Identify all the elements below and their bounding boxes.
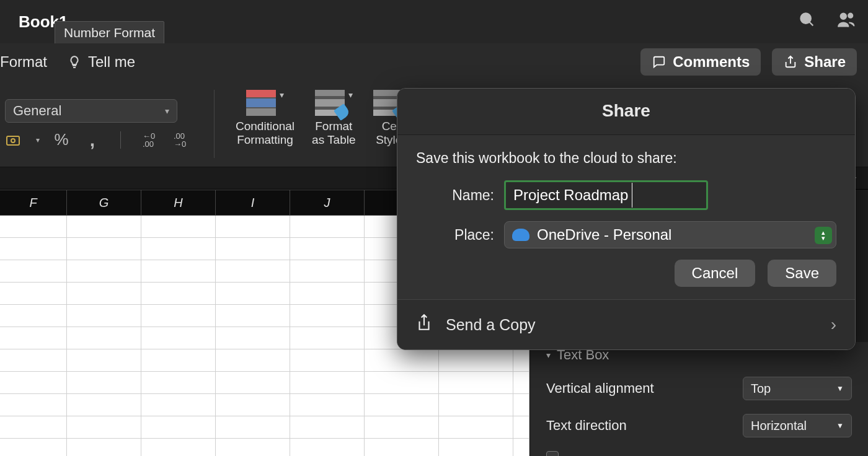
vertical-alignment-select[interactable]: Top ▼: [743, 377, 852, 400]
cell[interactable]: [0, 216, 67, 238]
cell[interactable]: [0, 238, 67, 260]
cell[interactable]: [513, 394, 529, 416]
cell[interactable]: [0, 439, 67, 456]
cell[interactable]: [216, 327, 290, 349]
increase-decimal-icon[interactable]: .00 →0: [170, 132, 189, 148]
col-header-g[interactable]: G: [67, 190, 141, 215]
cell[interactable]: [67, 305, 141, 327]
col-header-i[interactable]: I: [216, 190, 290, 215]
save-button[interactable]: Save: [768, 260, 836, 287]
cell[interactable]: [67, 283, 141, 305]
cell[interactable]: [141, 416, 216, 439]
people-icon[interactable]: [837, 11, 857, 31]
number-format-combo[interactable]: General ▾: [5, 99, 177, 123]
place-select[interactable]: OneDrive - Personal ▴▾: [504, 221, 836, 248]
cell[interactable]: [141, 260, 216, 283]
chevron-down-icon[interactable]: ▾: [36, 136, 40, 144]
cell[interactable]: [365, 349, 439, 372]
percent-style-icon[interactable]: %: [52, 132, 71, 148]
cell[interactable]: [439, 394, 513, 416]
comma-style-icon[interactable]: ,: [83, 132, 102, 148]
cell[interactable]: [0, 283, 67, 305]
cell[interactable]: [290, 238, 365, 260]
cell[interactable]: [290, 372, 365, 394]
cell[interactable]: [365, 372, 439, 394]
cell[interactable]: [216, 238, 290, 260]
cell[interactable]: [513, 349, 529, 372]
cell[interactable]: [141, 372, 216, 394]
cell[interactable]: [290, 416, 365, 439]
cell[interactable]: [141, 394, 216, 416]
cell[interactable]: [67, 260, 141, 283]
cell[interactable]: [513, 372, 529, 394]
cell[interactable]: [0, 394, 67, 416]
cell[interactable]: [0, 372, 67, 394]
cell[interactable]: [67, 416, 141, 439]
cell[interactable]: [141, 439, 216, 456]
col-header-j[interactable]: J: [290, 190, 365, 215]
cell[interactable]: [439, 439, 513, 456]
cell[interactable]: [141, 305, 216, 327]
cell[interactable]: [216, 305, 290, 327]
cell[interactable]: [290, 283, 365, 305]
cell[interactable]: [216, 394, 290, 416]
cell[interactable]: [290, 394, 365, 416]
cell[interactable]: [141, 238, 216, 260]
search-icon[interactable]: [799, 11, 816, 31]
cell[interactable]: [365, 439, 439, 456]
cell[interactable]: [290, 305, 365, 327]
name-input[interactable]: [504, 180, 708, 210]
cell[interactable]: [141, 283, 216, 305]
cell[interactable]: [216, 372, 290, 394]
menu-format[interactable]: Format: [0, 53, 57, 71]
send-a-copy-row[interactable]: Send a Copy ›: [397, 299, 855, 349]
cell[interactable]: [0, 349, 67, 372]
cell[interactable]: [216, 260, 290, 283]
cell[interactable]: [67, 349, 141, 372]
decrease-decimal-icon[interactable]: ←0 .00: [140, 132, 158, 148]
cell[interactable]: [216, 439, 290, 456]
cell[interactable]: [216, 216, 290, 238]
col-header-h[interactable]: H: [141, 190, 216, 215]
comments-button[interactable]: Comments: [640, 48, 761, 76]
cancel-button[interactable]: Cancel: [675, 260, 756, 287]
cell[interactable]: [67, 372, 141, 394]
cell[interactable]: [439, 372, 513, 394]
cell[interactable]: [67, 216, 141, 238]
cell[interactable]: [67, 439, 141, 456]
cell[interactable]: [290, 260, 365, 283]
cell[interactable]: [290, 216, 365, 238]
cell[interactable]: [365, 394, 439, 416]
cell[interactable]: [439, 349, 513, 372]
cell[interactable]: [0, 305, 67, 327]
cell[interactable]: [67, 238, 141, 260]
cell[interactable]: [365, 416, 439, 439]
cell[interactable]: [67, 394, 141, 416]
cell[interactable]: [141, 327, 216, 349]
cell[interactable]: [67, 327, 141, 349]
cell[interactable]: [141, 349, 216, 372]
cell[interactable]: [216, 416, 290, 439]
text-direction-select[interactable]: Horizontal ▼: [743, 414, 852, 437]
cell[interactable]: [513, 416, 529, 439]
cell[interactable]: [141, 216, 216, 238]
cell[interactable]: [0, 416, 67, 439]
cell[interactable]: [216, 349, 290, 372]
cell[interactable]: [0, 260, 67, 283]
share-button[interactable]: Share: [772, 48, 857, 76]
cell[interactable]: [290, 327, 365, 349]
resize-shape-checkbox[interactable]: [546, 451, 559, 456]
cell[interactable]: [439, 416, 513, 439]
svg-point-0: [801, 14, 811, 24]
cell[interactable]: [290, 349, 365, 372]
conditional-formatting-button[interactable]: ▾ Conditional Formatting: [236, 90, 294, 148]
accounting-format-icon[interactable]: [5, 132, 24, 148]
cell[interactable]: [0, 327, 67, 349]
cell[interactable]: [216, 283, 290, 305]
cell[interactable]: [290, 439, 365, 456]
number-format-value: General: [13, 103, 61, 119]
menu-tell-me[interactable]: Tell me: [57, 53, 145, 71]
format-as-table-button[interactable]: ▾ Format as Table: [312, 90, 355, 148]
cell[interactable]: [513, 439, 529, 456]
col-header-f[interactable]: F: [0, 190, 67, 215]
